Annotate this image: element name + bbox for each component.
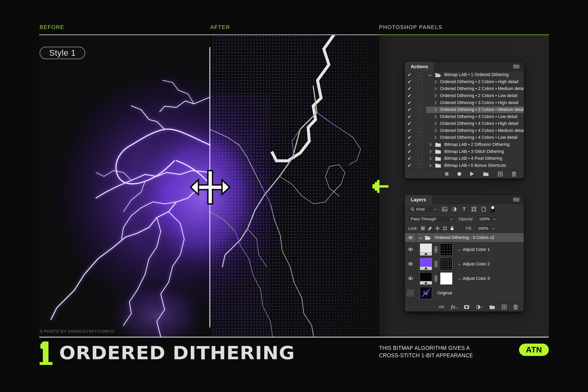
action-toggle-check[interactable]: ✓: [405, 71, 414, 78]
actions-tab[interactable]: Actions: [405, 62, 434, 71]
action-dialog-toggle[interactable]: [414, 127, 426, 134]
chevron-right-icon[interactable]: [434, 122, 437, 125]
action-row[interactable]: ✓ Ordered Dithering • 3 Colors • High de…: [405, 99, 524, 106]
stop-button[interactable]: [445, 172, 448, 176]
panel-menu-icon[interactable]: [513, 65, 520, 68]
chevron-right-icon[interactable]: [434, 87, 437, 90]
action-toggle-check[interactable]: ✓: [405, 106, 414, 113]
original-layer-thumbnail[interactable]: [420, 287, 432, 299]
chevron-right-icon[interactable]: [428, 143, 432, 146]
trash-button[interactable]: [512, 171, 516, 176]
action-row[interactable]: ✓ Ordered Dithering • 3 Colors • Low det…: [405, 113, 524, 120]
filter-pixel-layers-button[interactable]: [441, 206, 448, 212]
chevron-right-icon[interactable]: [428, 164, 432, 167]
chevron-right-icon[interactable]: [434, 115, 437, 118]
panel-menu-icon[interactable]: [513, 198, 520, 201]
action-dialog-toggle[interactable]: [414, 134, 426, 141]
fill-input[interactable]: 100%: [475, 225, 496, 232]
lock-position-icon[interactable]: [435, 226, 440, 230]
chevron-right-icon[interactable]: [434, 80, 437, 84]
filter-shape-layers-button[interactable]: [470, 206, 478, 212]
visibility-toggle-empty[interactable]: [405, 286, 416, 300]
action-dialog-toggle[interactable]: [414, 120, 426, 127]
new-group-button[interactable]: [489, 305, 495, 309]
action-toggle-check[interactable]: ✓: [405, 78, 414, 86]
opacity-input[interactable]: 100%: [476, 216, 497, 222]
action-toggle-check[interactable]: ✓: [405, 155, 414, 162]
action-toggle-check[interactable]: ✓: [405, 134, 414, 141]
action-toggle-check[interactable]: ✓: [405, 85, 414, 92]
lock-paint-brush-icon[interactable]: [428, 226, 432, 230]
action-row[interactable]: ✓ Ordered Dithering • 2 Colors • Medium …: [405, 85, 524, 92]
lock-artboard-icon[interactable]: [443, 226, 447, 230]
filter-smart-objects-button[interactable]: [480, 206, 487, 212]
trash-button[interactable]: [513, 304, 518, 310]
action-dialog-toggle[interactable]: [414, 148, 426, 155]
action-dialog-toggle[interactable]: [414, 106, 426, 113]
action-toggle-check[interactable]: ✓: [405, 127, 414, 134]
new-layer-button[interactable]: [502, 304, 507, 310]
action-dialog-toggle[interactable]: [414, 162, 426, 169]
action-dialog-toggle[interactable]: [414, 92, 426, 99]
layer-row[interactable]: ← Adjust Color 3: [405, 271, 524, 286]
chevron-down-icon[interactable]: [428, 73, 432, 76]
action-row[interactable]: ✓ Ordered Dithering • 4 Colors • Low det…: [405, 134, 524, 141]
chevron-right-icon[interactable]: [428, 157, 432, 160]
action-row[interactable]: ✓ Ordered Dithering • 4 Colors • Medium …: [405, 127, 524, 134]
visibility-toggle[interactable]: [405, 233, 416, 242]
action-set-row[interactable]: ✓ Bitmap LAB • 5 Bonus Shortcuts: [405, 162, 524, 169]
action-toggle-check[interactable]: ✓: [405, 113, 414, 120]
layer-row[interactable]: ← Adjust Color 2: [405, 257, 524, 271]
adjustment-thumbnail[interactable]: [420, 272, 432, 284]
action-toggle-check[interactable]: ✓: [405, 141, 414, 148]
action-set-row[interactable]: ✓ Bitmap LAB • 1 Ordered Dithering: [405, 71, 524, 78]
new-set-folder-button[interactable]: [483, 172, 489, 176]
layer-effects-button[interactable]: fx: [451, 304, 457, 310]
visibility-toggle[interactable]: [405, 242, 416, 256]
action-toggle-check[interactable]: ✓: [405, 148, 414, 155]
action-row[interactable]: ✓ Ordered Dithering • 4 Colors • High de…: [405, 120, 524, 127]
blend-mode-select[interactable]: Pass Through: [408, 216, 455, 222]
add-mask-button[interactable]: [464, 305, 469, 309]
chevron-right-icon[interactable]: [434, 108, 437, 111]
adjustment-thumbnail[interactable]: [420, 244, 432, 256]
chevron-down-icon[interactable]: [419, 236, 422, 239]
action-dialog-toggle[interactable]: [414, 99, 426, 106]
action-dialog-toggle[interactable]: [414, 71, 426, 78]
chevron-right-icon[interactable]: [434, 129, 437, 132]
layer-row[interactable]: ← Adjust Color 1: [405, 242, 524, 257]
play-button[interactable]: [470, 172, 474, 176]
action-toggle-check[interactable]: ✓: [405, 162, 414, 169]
action-dialog-toggle[interactable]: [414, 85, 426, 92]
chevron-right-icon[interactable]: [434, 94, 437, 98]
add-adjustment-button[interactable]: [476, 305, 482, 309]
visibility-toggle[interactable]: [405, 257, 416, 271]
layer-mask-thumbnail[interactable]: [440, 244, 452, 256]
layer-mask-thumbnail[interactable]: [440, 258, 452, 270]
chevron-right-icon[interactable]: [434, 136, 437, 139]
action-row[interactable]: ✓ Ordered Dithering • 2 Colors • High de…: [405, 78, 524, 86]
action-dialog-toggle[interactable]: [414, 78, 426, 86]
action-dialog-toggle[interactable]: [414, 113, 426, 120]
filter-adjustment-layers-button[interactable]: [451, 206, 458, 212]
layers-tab[interactable]: Layers: [405, 195, 432, 204]
lock-transparency-icon[interactable]: [421, 226, 425, 230]
layer-row-hidden[interactable]: Original: [405, 286, 524, 300]
new-action-button[interactable]: [498, 172, 503, 176]
filter-type-layers-button[interactable]: T: [460, 206, 468, 212]
visibility-toggle[interactable]: [405, 271, 416, 286]
action-row-selected[interactable]: ✓ Ordered Dithering • 3 Colors • Medium …: [405, 106, 524, 113]
layer-mask-thumbnail[interactable]: [440, 272, 452, 284]
action-dialog-toggle[interactable]: [414, 155, 426, 162]
layer-group-row-selected[interactable]: Ordered Dithering - 3 Colors x2: [405, 233, 524, 242]
action-set-row[interactable]: ✓ Bitmap LAB • 4 Pixel Dithering: [405, 155, 524, 162]
filter-kind-select[interactable]: Kind: [408, 206, 438, 213]
chevron-right-icon[interactable]: [428, 150, 432, 153]
link-layers-button[interactable]: [439, 305, 444, 308]
adjustment-thumbnail[interactable]: [420, 258, 432, 270]
filter-toggle-switch[interactable]: [490, 205, 496, 213]
action-set-row[interactable]: ✓ Bitmap LAB • 2 Diffusion Dithering: [405, 141, 524, 148]
action-toggle-check[interactable]: ✓: [405, 120, 414, 127]
action-set-row[interactable]: ✓ Bitmap LAB • 3 Glitch Dithering: [405, 148, 524, 155]
action-dialog-toggle[interactable]: [414, 141, 426, 148]
